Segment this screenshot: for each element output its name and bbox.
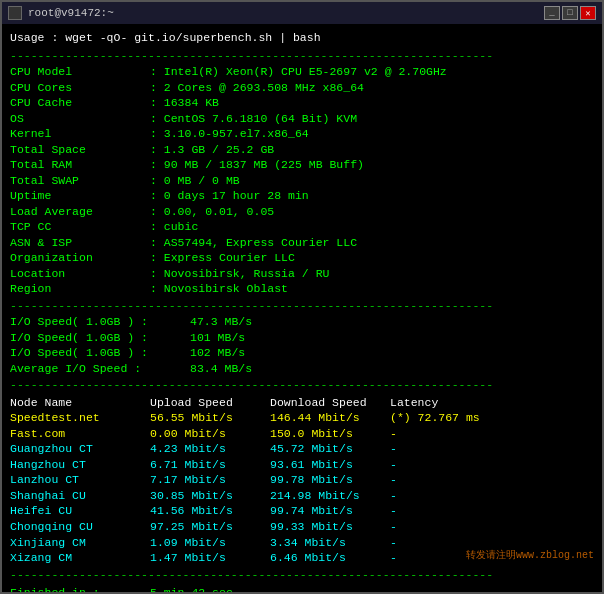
value-asn-isp: : AS57494, Express Courier LLC (150, 235, 357, 251)
label-asn-isp: ASN & ISP (10, 235, 150, 251)
upload-heifei: 41.56 Mbit/s (150, 503, 270, 519)
info-os: OS : CentOS 7.6.1810 (64 Bit) KVM (10, 111, 594, 127)
value-load-average: : 0.00, 0.01, 0.05 (150, 204, 274, 220)
watermark: 转发请注明www.zblog.net (466, 549, 594, 563)
close-button[interactable]: ✕ (580, 6, 596, 20)
value-kernel: : 3.10.0-957.el7.x86_64 (150, 126, 309, 142)
label-finished: Finished in : (10, 585, 150, 592)
io-value-2: 101 MB/s (190, 330, 245, 346)
latency-speedtest: (*) 72.767 ms (390, 410, 480, 426)
label-region: Region (10, 281, 150, 297)
node-heifei: Heifei CU (10, 503, 150, 519)
latency-chongqing: - (390, 519, 470, 535)
download-fast: 150.0 Mbit/s (270, 426, 390, 442)
node-shanghai: Shanghai CU (10, 488, 150, 504)
col-header-latency: Latency (390, 395, 470, 411)
info-cpu-model: CPU Model : Intel(R) Xeon(R) CPU E5-2697… (10, 64, 594, 80)
node-lanzhou: Lanzhou CT (10, 472, 150, 488)
io-label-3: I/O Speed( 1.0GB ) : (10, 345, 190, 361)
minimize-button[interactable]: _ (544, 6, 560, 20)
latency-xinjiang: - (390, 535, 470, 551)
node-xinjiang: Xinjiang CM (10, 535, 150, 551)
latency-xizang: - (390, 550, 470, 566)
download-guangzhou: 45.72 Mbit/s (270, 441, 390, 457)
title-bar: root@v91472:~ _ □ ✕ (2, 2, 602, 24)
col-header-node: Node Name (10, 395, 150, 411)
upload-fast: 0.00 Mbit/s (150, 426, 270, 442)
node-speedtest: Speedtest.net (10, 410, 150, 426)
table-row: Chongqing CU 97.25 Mbit/s 99.33 Mbit/s - (10, 519, 594, 535)
value-os: : CentOS 7.6.1810 (64 Bit) KVM (150, 111, 357, 127)
upload-shanghai: 30.85 Mbit/s (150, 488, 270, 504)
download-chongqing: 99.33 Mbit/s (270, 519, 390, 535)
label-organization: Organization (10, 250, 150, 266)
label-os: OS (10, 111, 150, 127)
info-organization: Organization : Express Courier LLC (10, 250, 594, 266)
value-region: : Novosibirsk Oblast (150, 281, 288, 297)
table-row: Hangzhou CT 6.71 Mbit/s 93.61 Mbit/s - (10, 457, 594, 473)
divider-1: ----------------------------------------… (10, 48, 594, 64)
value-cpu-model: : Intel(R) Xeon(R) CPU E5-2697 v2 @ 2.70… (150, 64, 447, 80)
window: root@v91472:~ _ □ ✕ Usage : wget -qO- gi… (0, 0, 604, 594)
latency-lanzhou: - (390, 472, 470, 488)
value-total-space: : 1.3 GB / 25.2 GB (150, 142, 274, 158)
table-header: Node Name Upload Speed Download Speed La… (10, 395, 594, 411)
info-uptime: Uptime : 0 days 17 hour 28 min (10, 188, 594, 204)
info-total-swap: Total SWAP : 0 MB / 0 MB (10, 173, 594, 189)
upload-xinjiang: 1.09 Mbit/s (150, 535, 270, 551)
window-title: root@v91472:~ (28, 7, 114, 19)
upload-chongqing: 97.25 Mbit/s (150, 519, 270, 535)
label-cpu-cache: CPU Cache (10, 95, 150, 111)
node-xizang: Xizang CM (10, 550, 150, 566)
io-value-avg: 83.4 MB/s (190, 361, 252, 377)
title-buttons: _ □ ✕ (544, 6, 596, 20)
download-lanzhou: 99.78 Mbit/s (270, 472, 390, 488)
label-total-ram: Total RAM (10, 157, 150, 173)
latency-hangzhou: - (390, 457, 470, 473)
latency-heifei: - (390, 503, 470, 519)
value-finished: 5 min 42 sec (150, 585, 233, 592)
io-label-1: I/O Speed( 1.0GB ) : (10, 314, 190, 330)
download-speedtest: 146.44 Mbit/s (270, 410, 390, 426)
value-organization: : Express Courier LLC (150, 250, 295, 266)
download-hangzhou: 93.61 Mbit/s (270, 457, 390, 473)
value-uptime: : 0 days 17 hour 28 min (150, 188, 309, 204)
upload-guangzhou: 4.23 Mbit/s (150, 441, 270, 457)
upload-speedtest: 56.55 Mbit/s (150, 410, 270, 426)
col-header-download: Download Speed (270, 395, 390, 411)
maximize-button[interactable]: □ (562, 6, 578, 20)
info-cpu-cache: CPU Cache : 16384 KB (10, 95, 594, 111)
io-label-2: I/O Speed( 1.0GB ) : (10, 330, 190, 346)
divider-2: ----------------------------------------… (10, 298, 594, 314)
command-line: Usage : wget -qO- git.io/superbench.sh |… (10, 30, 594, 46)
node-fast: Fast.com (10, 426, 150, 442)
table-row: Lanzhou CT 7.17 Mbit/s 99.78 Mbit/s - (10, 472, 594, 488)
node-guangzhou: Guangzhou CT (10, 441, 150, 457)
info-cpu-cores: CPU Cores : 2 Cores @ 2693.508 MHz x86_6… (10, 80, 594, 96)
upload-lanzhou: 7.17 Mbit/s (150, 472, 270, 488)
label-uptime: Uptime (10, 188, 150, 204)
info-asn-isp: ASN & ISP : AS57494, Express Courier LLC (10, 235, 594, 251)
divider-4: ----------------------------------------… (10, 567, 594, 583)
label-cpu-model: CPU Model (10, 64, 150, 80)
value-total-ram: : 90 MB / 1837 MB (225 MB Buff) (150, 157, 364, 173)
io-speed-2: I/O Speed( 1.0GB ) : 101 MB/s (10, 330, 594, 346)
io-speed-avg: Average I/O Speed : 83.4 MB/s (10, 361, 594, 377)
footer-section: Finished in : 5 min 42 sec Timestamp : 2… (10, 585, 594, 592)
latency-guangzhou: - (390, 441, 470, 457)
node-hangzhou: Hangzhou CT (10, 457, 150, 473)
info-location: Location : Novosibirsk, Russia / RU (10, 266, 594, 282)
value-location: : Novosibirsk, Russia / RU (150, 266, 329, 282)
download-shanghai: 214.98 Mbit/s (270, 488, 390, 504)
value-cpu-cache: : 16384 KB (150, 95, 219, 111)
table-row: Guangzhou CT 4.23 Mbit/s 45.72 Mbit/s - (10, 441, 594, 457)
label-total-swap: Total SWAP (10, 173, 150, 189)
footer-finished: Finished in : 5 min 42 sec (10, 585, 594, 592)
download-xinjiang: 3.34 Mbit/s (270, 535, 390, 551)
info-total-space: Total Space : 1.3 GB / 25.2 GB (10, 142, 594, 158)
label-location: Location (10, 266, 150, 282)
table-row: Shanghai CU 30.85 Mbit/s 214.98 Mbit/s - (10, 488, 594, 504)
download-xizang: 6.46 Mbit/s (270, 550, 390, 566)
label-kernel: Kernel (10, 126, 150, 142)
table-row: Speedtest.net 56.55 Mbit/s 146.44 Mbit/s… (10, 410, 594, 426)
